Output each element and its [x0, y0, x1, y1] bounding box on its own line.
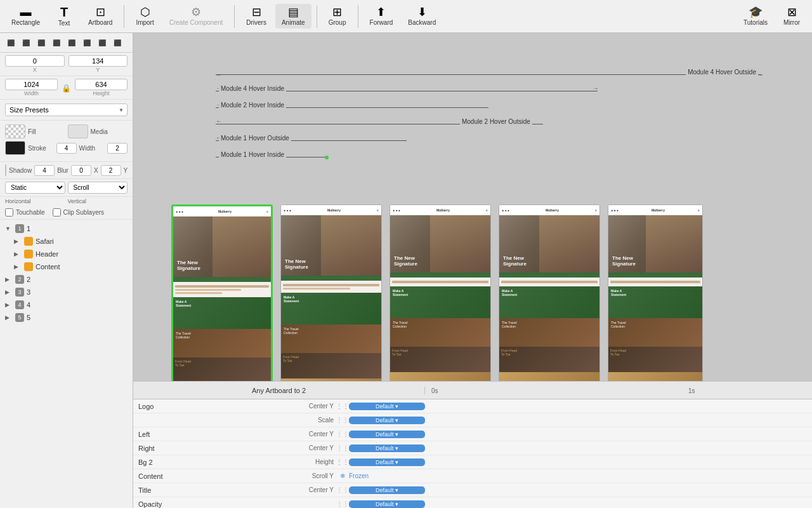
layer-item-header[interactable]: ▶ Header	[0, 248, 133, 260]
tool-group[interactable]: ⊞ Group	[322, 4, 353, 29]
artboard-thumb-2[interactable]: ● ● ● Mulberry ≡ The NewSignature Ma	[280, 204, 382, 381]
y-input[interactable]	[69, 55, 128, 67]
tl-icon-content[interactable]: ❄	[336, 472, 349, 479]
layer-item-1[interactable]: ▼ 1 1	[0, 222, 133, 235]
style-props: Fill Media Stroke Width	[0, 121, 133, 162]
artboard-thumb-5[interactable]: ● ● ● Mulberry ≡ The NewSignature Make A…	[608, 204, 703, 381]
scroll-type-select[interactable]: Scroll Fixed	[68, 182, 128, 194]
layer-item-content[interactable]: ▶ Content	[0, 260, 133, 273]
artboard-thumb-3[interactable]: ● ● ● Mulberry ≡ The NewSignature Make A…	[390, 204, 491, 381]
media-swatch[interactable]	[68, 124, 88, 138]
layer-toggle-content[interactable]: ▶	[14, 264, 22, 270]
layer-item-2[interactable]: ▶ 2 2	[0, 273, 133, 286]
touchable-checkbox-label[interactable]: Touchable	[5, 208, 45, 217]
tl-icon-right[interactable]: ⋮⋮	[336, 444, 349, 451]
size-presets-select[interactable]: Size Presets	[5, 104, 128, 116]
layer-tree: ▼ 1 1 ▶ Safari ▶ Header ▶ Content ▶	[0, 220, 133, 508]
clip-sublayers-checkbox[interactable]	[53, 208, 61, 217]
distribute-v[interactable]: ⬛	[110, 36, 124, 50]
hover-lines-container: ← → Module 4 Hover Outside → → Module 4 …	[216, 68, 761, 167]
timeline-artboard-label: Any Artboard to 2	[133, 387, 425, 394]
m2hi-label: Module 2 Hover Inside	[219, 102, 286, 109]
shadow-swatch[interactable]	[5, 164, 6, 176]
x-input[interactable]	[5, 55, 65, 67]
tl-prop-bg2: Height	[273, 458, 336, 465]
tl-icon-title[interactable]: ⋮⋮	[336, 486, 349, 493]
stroke-label: Stroke	[28, 145, 54, 152]
shadow-x-val[interactable]	[71, 165, 91, 176]
shadow-blur-val[interactable]	[34, 165, 55, 176]
tool-artboard[interactable]: ⊡ Artboard	[82, 4, 119, 29]
layer-item-safari[interactable]: ▶ Safari	[0, 235, 133, 248]
tool-create-component[interactable]: ⚙ Create Component	[163, 4, 230, 29]
stroke-swatch[interactable]	[5, 141, 25, 155]
divider-4	[358, 5, 358, 28]
tl-bar-bg2[interactable]: Default ▾	[349, 458, 425, 466]
tl-bar-right[interactable]: Default ▾	[349, 444, 425, 452]
timeline-header: Any Artboard to 2 0s 1s	[133, 382, 812, 399]
stroke-value[interactable]	[56, 143, 77, 154]
align-right-edge[interactable]: ⬛	[34, 36, 48, 50]
artboard-thumb-1[interactable]: ● ● ● Mulberry ≡ The NewSignature	[171, 204, 273, 381]
height-input[interactable]	[75, 79, 128, 90]
thumb-green-bar-2	[281, 276, 381, 281]
thumb-hero-1: The NewSignature	[173, 217, 271, 277]
tl-bar-title[interactable]: Default ▾	[349, 486, 425, 494]
tl-bar-scale[interactable]: Default ▾	[349, 417, 425, 424]
touchable-checkbox[interactable]	[5, 208, 13, 217]
timeline-row-left: Left Center Y ⋮⋮ Default ▾	[133, 427, 812, 441]
mirror-icon: ⊠	[787, 6, 797, 18]
fill-swatch[interactable]	[5, 124, 25, 138]
tool-text[interactable]: T Text	[49, 3, 79, 29]
tl-icon-bg2[interactable]: ⋮⋮	[336, 458, 349, 465]
layer-toggle-2[interactable]: ▶	[5, 276, 13, 283]
divider-1	[124, 5, 124, 28]
distribute-h[interactable]: ⬛	[95, 36, 109, 50]
layer-item-4[interactable]: ▶ 4 4	[0, 298, 133, 311]
canvas-area[interactable]: ← → Module 4 Hover Outside → → Module 4 …	[133, 33, 812, 381]
tool-rectangle[interactable]: ▬ Rectangle	[5, 4, 46, 29]
width-label: Width	[5, 90, 58, 97]
tool-forward[interactable]: ⬆ Forward	[363, 4, 400, 29]
m4hi-label: Module 4 Hover Inside	[219, 85, 286, 92]
position-type-select[interactable]: Static Relative Fixed	[5, 182, 65, 194]
align-top-edge[interactable]: ⬛	[49, 36, 63, 50]
tool-drivers[interactable]: ⊟ Drivers	[240, 4, 273, 29]
tl-icon-left[interactable]: ⋮⋮	[336, 431, 349, 438]
tool-import[interactable]: ⬡ Import	[129, 4, 160, 29]
hover-line-m1ho: ← Module 1 Hover Outside	[216, 134, 761, 147]
layer-toggle-header[interactable]: ▶	[14, 251, 22, 257]
thumb-section-2	[281, 281, 381, 293]
tool-backward[interactable]: ⬇ Backward	[402, 4, 442, 29]
layer-toggle-4[interactable]: ▶	[5, 302, 13, 308]
layer-toggle-1[interactable]: ▼	[5, 225, 13, 232]
tl-icon-scale[interactable]: ⋮⋮	[336, 417, 349, 424]
align-left-edge[interactable]: ⬛	[4, 36, 18, 50]
layer-toggle-5[interactable]: ▶	[5, 314, 13, 321]
tl-icon-opacity[interactable]: ⋮⋮	[336, 500, 349, 507]
layer-item-5[interactable]: ▶ 5 5	[0, 311, 133, 324]
tl-bar-logo[interactable]: Default ▾	[349, 403, 425, 410]
tool-mirror[interactable]: ⊠ Mirror	[776, 4, 807, 29]
timeline-rows: Logo Center Y ⋮⋮ Default ▾ Scale ⋮⋮	[133, 399, 812, 508]
align-center-v[interactable]: ⬛	[65, 36, 79, 50]
tl-label-opacity: Opacity	[133, 500, 273, 508]
shadow-y-val[interactable]	[101, 165, 121, 176]
layer-item-3[interactable]: ▶ 3 3	[0, 286, 133, 298]
artboard-thumb-4[interactable]: ● ● ● Mulberry ≡ The NewSignature Make A…	[499, 204, 600, 381]
tl-icon-logo[interactable]: ⋮⋮	[336, 403, 349, 410]
tl-bar-opacity[interactable]: Default ▾	[349, 500, 425, 508]
tool-animate[interactable]: ▤ Animate	[275, 4, 311, 29]
fill-row: Fill Media	[5, 124, 128, 138]
layer-toggle-safari[interactable]: ▶	[14, 238, 22, 244]
align-bottom-edge[interactable]: ⬛	[80, 36, 94, 50]
shadow-x-label: X	[94, 167, 98, 174]
tl-bar-left[interactable]: Default ▾	[349, 431, 425, 438]
width-input[interactable]	[5, 79, 58, 90]
clip-sublayers-checkbox-label[interactable]: Clip Sublayers	[53, 208, 104, 217]
lock-icon[interactable]: 🔒	[62, 84, 71, 93]
layer-toggle-3[interactable]: ▶	[5, 289, 13, 295]
align-center-h[interactable]: ⬛	[19, 36, 33, 50]
stroke-width-value[interactable]	[107, 143, 128, 154]
tool-tutorials[interactable]: 🎓 Tutorials	[737, 4, 774, 29]
